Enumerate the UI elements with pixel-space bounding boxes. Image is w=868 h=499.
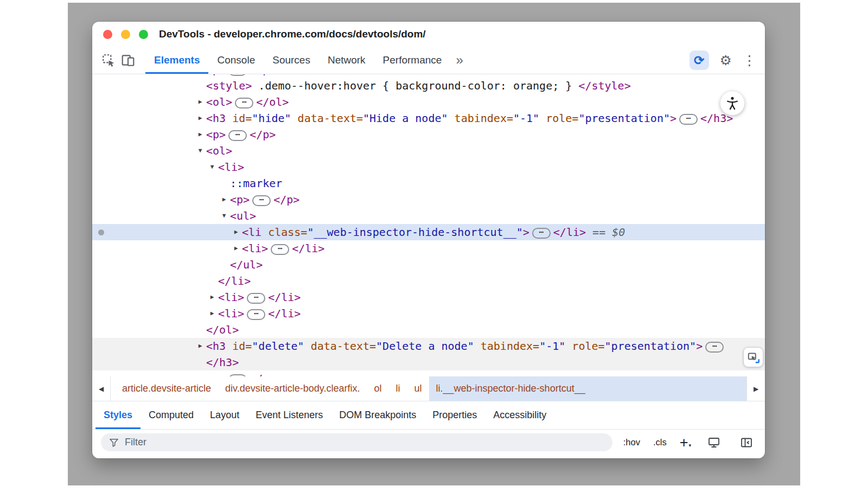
tab-elements[interactable]: Elements bbox=[145, 47, 208, 74]
tab-console[interactable]: Console bbox=[208, 47, 264, 74]
kebab-menu-icon: ⋮ bbox=[743, 53, 756, 68]
ellipsis-expand-icon[interactable]: ⋯ bbox=[532, 228, 551, 239]
tab-network[interactable]: Network bbox=[319, 47, 374, 74]
code-segment-txt: .demo--hover:hover { background-color: o… bbox=[252, 79, 578, 92]
expand-arrow-icon[interactable]: ▶ bbox=[219, 191, 229, 208]
ellipsis-expand-icon[interactable]: ⋯ bbox=[235, 98, 253, 108]
code-segment-attr: id= bbox=[226, 112, 252, 125]
ellipsis-expand-icon[interactable]: ⋯ bbox=[247, 293, 265, 304]
breadcrumb-item-article-devsite-article[interactable]: article.devsite-article bbox=[115, 376, 218, 401]
element-classes-button[interactable]: .cls bbox=[653, 437, 667, 447]
styles-tab-properties[interactable]: Properties bbox=[424, 401, 485, 429]
code-segment-val: "-1" bbox=[513, 112, 539, 125]
device-toolbar-icon bbox=[121, 53, 135, 67]
dom-tree-row[interactable]: ::marker bbox=[92, 175, 765, 191]
breadcrumb-scroll-left-button[interactable]: ◀ bbox=[92, 376, 111, 401]
expand-arrow-icon[interactable]: ▶ bbox=[195, 126, 205, 143]
dom-tree-row[interactable]: ▶<li>⋯</li> bbox=[92, 305, 765, 322]
new-style-rule-button[interactable]: + ▾ bbox=[680, 437, 691, 449]
breadcrumb-item-div-devsite-article-body-clearfix[interactable]: div.devsite-article-body.clearfix. bbox=[218, 376, 367, 401]
dom-tree-row[interactable]: </li> bbox=[92, 273, 765, 289]
expand-arrow-icon[interactable]: ▶ bbox=[231, 224, 241, 240]
dom-tree-row[interactable]: ▼<li> bbox=[92, 159, 765, 175]
ellipsis-expand-icon[interactable]: ⋯ bbox=[228, 74, 247, 76]
ellipsis-expand-icon[interactable]: ⋯ bbox=[228, 374, 247, 376]
styles-tab-layout[interactable]: Layout bbox=[202, 401, 247, 429]
styles-tab-dom-breakpoints[interactable]: DOM Breakpoints bbox=[331, 401, 424, 429]
expand-arrow-icon[interactable]: ▶ bbox=[207, 289, 217, 305]
dom-tree-row[interactable]: ▶<p>⋯</p> bbox=[92, 126, 765, 143]
collapse-arrow-icon[interactable]: ▼ bbox=[195, 143, 205, 159]
device-toolbar-button[interactable] bbox=[118, 50, 138, 70]
code-segment-tag: <li> bbox=[242, 242, 268, 255]
settings-button[interactable]: ⚙ bbox=[720, 50, 732, 70]
code-segment-val: "presentation" bbox=[605, 340, 697, 353]
sync-status-button[interactable]: ⟳ bbox=[690, 50, 709, 70]
accessibility-person-icon bbox=[725, 95, 740, 111]
collapse-arrow-icon[interactable]: ▼ bbox=[207, 159, 217, 175]
dom-tree-row[interactable]: ▶<ol>⋯</ol> bbox=[92, 94, 765, 110]
main-menu-button[interactable]: ⋮ bbox=[743, 50, 756, 70]
inspect-element-button[interactable] bbox=[99, 50, 118, 70]
dom-node-markup: </ul> bbox=[92, 257, 263, 273]
code-segment-val: "Delete a node" bbox=[376, 340, 474, 353]
dom-tree-row[interactable]: ▼<ol> bbox=[92, 143, 765, 159]
inspect-popout-button[interactable] bbox=[743, 347, 763, 367]
ellipsis-expand-icon[interactable]: ⋯ bbox=[252, 195, 271, 206]
collapse-arrow-icon[interactable]: ▼ bbox=[219, 208, 229, 224]
styles-tab-computed[interactable]: Computed bbox=[141, 401, 202, 429]
styles-toolbar-right: :hov .cls + ▾ bbox=[623, 433, 756, 452]
expand-arrow-icon[interactable]: ▶ bbox=[195, 370, 205, 376]
styles-tab-event-listeners[interactable]: Event Listeners bbox=[247, 401, 331, 429]
minimize-window-button[interactable] bbox=[121, 30, 130, 39]
code-segment-tag: </ol> bbox=[256, 95, 289, 108]
toggle-element-state-button[interactable]: :hov bbox=[623, 437, 640, 447]
tab-sources[interactable]: Sources bbox=[264, 47, 319, 74]
dom-tree-row[interactable]: </ol> bbox=[92, 322, 765, 338]
styles-tab-styles[interactable]: Styles bbox=[95, 401, 141, 429]
ellipsis-expand-icon[interactable]: ⋯ bbox=[271, 244, 289, 255]
background-frame: DevTools - developer.chrome.com/docs/dev… bbox=[68, 3, 800, 485]
expand-arrow-icon[interactable]: ▶ bbox=[231, 240, 241, 257]
styles-tab-accessibility[interactable]: Accessibility bbox=[485, 401, 554, 429]
ellipsis-expand-icon[interactable]: ⋯ bbox=[247, 309, 265, 320]
expand-arrow-icon[interactable]: ▶ bbox=[207, 305, 217, 322]
tab-performance[interactable]: Performance bbox=[374, 47, 451, 74]
styles-filter-input[interactable]: Filter bbox=[101, 433, 612, 451]
dom-tree-row[interactable]: ▶<h3 id="delete" data-text="Delete a nod… bbox=[92, 338, 765, 354]
breadcrumb-item-li[interactable]: li bbox=[389, 376, 407, 401]
ellipsis-expand-icon[interactable]: ⋯ bbox=[228, 130, 247, 141]
breadcrumb-item-li-web-inspector-hide-shortcut[interactable]: li.__web-inspector-hide-shortcut__ bbox=[429, 376, 746, 401]
ellipsis-expand-icon[interactable]: ⋯ bbox=[705, 342, 724, 353]
code-segment-tag: <li> bbox=[218, 291, 244, 304]
breadcrumb-item-ul[interactable]: ul bbox=[407, 376, 429, 401]
traffic-lights bbox=[103, 30, 148, 39]
expand-arrow-icon[interactable]: ▶ bbox=[195, 110, 205, 126]
dom-tree-row[interactable]: </ul> bbox=[92, 257, 765, 273]
expand-arrow-icon[interactable]: ▶ bbox=[195, 94, 205, 110]
dom-tree-row[interactable]: ▼<ul> bbox=[92, 208, 765, 224]
dom-tree-row[interactable]: ▶<h3 id="hide" data-text="Hide a node" t… bbox=[92, 110, 765, 126]
dom-tree-row[interactable]: ▶<p>⋯</p> bbox=[92, 191, 765, 208]
dom-node-markup: <p>⋯</p> bbox=[92, 370, 276, 376]
ellipsis-expand-icon[interactable]: ⋯ bbox=[679, 114, 698, 125]
more-tabs-button[interactable]: » bbox=[452, 47, 466, 74]
code-segment-tag: </ol> bbox=[206, 323, 239, 336]
expand-arrow-icon[interactable]: ▶ bbox=[195, 338, 205, 354]
dom-tree-row[interactable]: <style> .demo--hover:hover { background-… bbox=[92, 78, 765, 94]
dom-tree-row[interactable]: ▶<li class="__web-inspector-hide-shortcu… bbox=[92, 224, 765, 240]
code-segment-tag: <ul> bbox=[230, 209, 256, 222]
breadcrumb-scroll-right-button[interactable]: ▶ bbox=[746, 376, 765, 401]
dom-tree-row[interactable]: </h3> bbox=[92, 354, 765, 370]
dom-tree-row[interactable]: ▶<li>⋯</li> bbox=[92, 240, 765, 257]
computed-sidebar-toggle-button[interactable] bbox=[737, 433, 756, 452]
code-segment-tag: </p> bbox=[250, 128, 276, 141]
rendering-emulations-button[interactable] bbox=[704, 433, 724, 452]
accessibility-overlay-button[interactable] bbox=[720, 91, 745, 116]
close-window-button[interactable] bbox=[103, 30, 112, 39]
breadcrumb-item-ol[interactable]: ol bbox=[367, 376, 389, 401]
dom-node-markup: <li>⋯</li> bbox=[92, 305, 301, 322]
dom-tree-row[interactable]: ▶<p>⋯</p> bbox=[92, 370, 765, 376]
dom-tree-row[interactable]: ▶<li>⋯</li> bbox=[92, 289, 765, 305]
zoom-window-button[interactable] bbox=[139, 30, 148, 39]
